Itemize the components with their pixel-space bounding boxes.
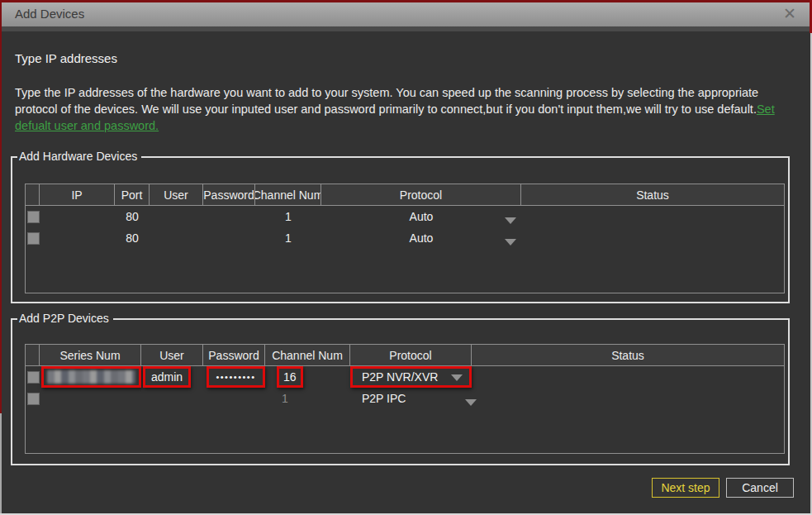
p2p-channel-field[interactable]: 1 <box>265 392 350 405</box>
p2p-protocol-dropdown[interactable]: P2P NVR/XVR <box>350 366 472 388</box>
row-checkbox[interactable] <box>27 393 40 405</box>
row-checkbox[interactable] <box>27 371 40 384</box>
cancel-button[interactable]: Cancel <box>726 478 794 498</box>
p2p-header-status: Status <box>472 345 784 365</box>
channel-field[interactable]: 1 <box>255 210 321 223</box>
p2p-devices-table: Series Num User Password Channel Num Pro… <box>25 344 785 454</box>
hardware-header-status: Status <box>521 184 784 205</box>
hardware-header-protocol: Protocol <box>321 184 521 205</box>
p2p-protocol-dropdown[interactable]: P2P IPC <box>350 392 472 405</box>
hardware-header-channel: Channel Num <box>255 184 321 205</box>
p2p-channel-field[interactable]: 16 <box>277 366 303 388</box>
hardware-groupbox-legend: Add Hardware Devices <box>17 150 141 163</box>
chevron-down-icon[interactable] <box>505 239 516 246</box>
intro-text: Type the IP addresses of the hardware yo… <box>15 84 798 134</box>
window-edge-left <box>0 413 2 515</box>
hardware-table-header: IP Port User Password Channel Num Protoc… <box>26 184 784 206</box>
hardware-header-ip: IP <box>40 184 115 205</box>
p2p-table-header: Series Num User Password Channel Num Pro… <box>26 345 784 366</box>
p2p-header-user: User <box>141 345 203 365</box>
p2p-table-row: admin ••••••••• 16 P2P NVR/XVR <box>26 366 784 388</box>
chevron-down-icon[interactable] <box>505 217 516 224</box>
p2p-table-row: 1 P2P IPC <box>26 388 784 409</box>
window-edge-top <box>0 0 812 2</box>
hardware-header-user: User <box>150 184 203 205</box>
hardware-header-password: Password <box>203 184 255 205</box>
hardware-table-row: 80 1 Auto <box>26 227 784 249</box>
hardware-header-port: Port <box>115 184 150 205</box>
next-step-button[interactable]: Next step <box>652 478 719 498</box>
p2p-header-channel: Channel Num <box>265 345 350 365</box>
protocol-value: P2P IPC <box>362 392 406 405</box>
protocol-value: Auto <box>410 231 434 245</box>
protocol-dropdown[interactable]: Auto <box>321 210 521 223</box>
title-bar: Add Devices ✕ <box>2 1 810 26</box>
p2p-user-field[interactable]: admin <box>143 366 191 388</box>
hardware-table-row: 80 1 Auto <box>26 206 784 227</box>
port-field[interactable]: 80 <box>115 210 150 223</box>
titlebar-shadow <box>2 26 810 31</box>
p2p-password-field[interactable]: ••••••••• <box>207 366 265 388</box>
dialog-title: Add Devices <box>15 7 84 21</box>
row-checkbox[interactable] <box>27 232 40 245</box>
chevron-down-icon[interactable] <box>465 399 477 406</box>
protocol-value: P2P NVR/XVR <box>362 370 438 384</box>
series-num-field[interactable] <box>41 366 141 388</box>
row-checkbox[interactable] <box>27 211 40 223</box>
hardware-devices-table: IP Port User Password Channel Num Protoc… <box>25 184 785 293</box>
window-edge-left-red <box>0 0 2 413</box>
channel-field[interactable]: 1 <box>255 231 321 245</box>
p2p-header-series: Series Num <box>40 345 141 365</box>
series-num-blurred <box>47 370 135 384</box>
hardware-header-checkbox <box>26 184 40 205</box>
p2p-header-checkbox <box>26 345 40 365</box>
port-field[interactable]: 80 <box>115 231 150 245</box>
close-icon[interactable]: ✕ <box>783 6 796 21</box>
chevron-down-icon[interactable] <box>451 374 463 381</box>
p2p-header-password: Password <box>203 345 265 365</box>
add-devices-dialog: Add Devices ✕ Type IP addresses Type the… <box>0 0 812 515</box>
page-title: Type IP addresses <box>15 51 117 65</box>
p2p-groupbox-legend: Add P2P Devices <box>17 312 113 325</box>
p2p-header-protocol: Protocol <box>350 345 472 365</box>
intro-body: Type the IP addresses of the hardware yo… <box>15 86 758 116</box>
protocol-dropdown[interactable]: Auto <box>321 231 521 245</box>
protocol-value: Auto <box>410 210 434 223</box>
